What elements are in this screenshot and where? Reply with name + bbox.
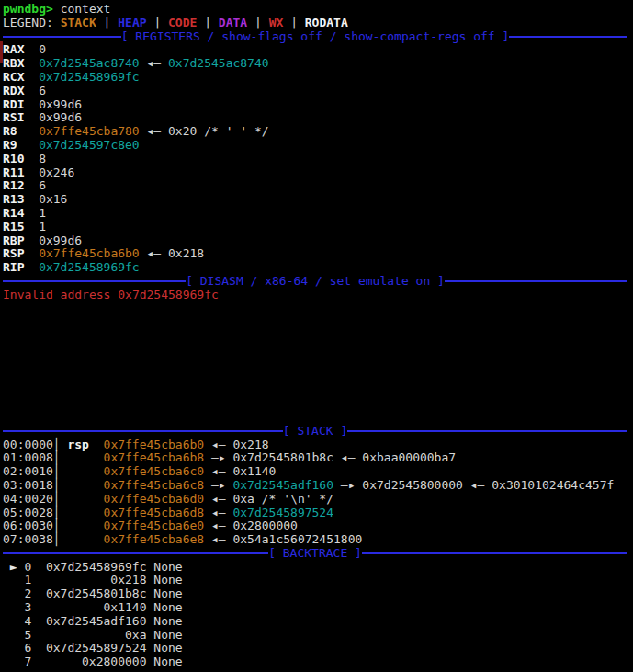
register-name: RSP	[3, 247, 39, 261]
frame-number: 2	[24, 587, 31, 601]
current-frame-marker: ►	[3, 561, 24, 575]
backtrace-row: 70x2800000None	[3, 655, 633, 669]
legend-item-wx: WX	[269, 16, 284, 29]
stack-row: 06:0030│ 0x7ffe45cba6e0 ◂— 0x2800000	[3, 519, 633, 533]
frame-number: 0	[24, 561, 31, 575]
value-segment: 0x3010102464c457f	[492, 478, 614, 492]
stack-section-title: [ STACK ]	[283, 425, 347, 439]
registers-panel: RAX0RBX0x7d2545ac8740 ◂— 0x7d2545ac8740R…	[3, 43, 633, 275]
register-row: R126	[3, 179, 633, 193]
header-rule	[3, 36, 121, 38]
register-name: RDI	[3, 98, 39, 112]
register-row: R141	[3, 207, 633, 221]
legend-separator: |	[153, 16, 161, 29]
value-segment: —▸	[211, 450, 226, 464]
backtrace-row: 60x7d2545897524None	[3, 642, 633, 655]
address-value: 0x7d254597c8e0	[39, 138, 140, 152]
register-row: RSP0x7ffe45cba6b0 ◂— 0x218	[3, 247, 633, 261]
register-row: RBX0x7d2545ac8740 ◂— 0x7d2545ac8740	[3, 57, 633, 71]
register-name: RBP	[3, 234, 39, 248]
address-value: 0x7d2545ac8740	[39, 56, 140, 70]
value-segment: 1	[39, 206, 46, 220]
frame-address: 0xa	[31, 629, 146, 643]
register-name: RIP	[3, 261, 39, 275]
register-row: R90x7d254597c8e0	[3, 139, 633, 153]
stack-offset: 00:0000	[3, 438, 53, 451]
value-segment: 0x99d6	[39, 97, 82, 111]
frame-address: 0x7d25458969fc	[31, 561, 146, 575]
value-segment: 0x99d6	[39, 110, 82, 124]
backtrace-section-title: [ BACKTRACE ]	[268, 547, 362, 561]
prompt-command: context	[61, 2, 111, 16]
stack-offset: 05:0028	[3, 506, 53, 519]
disasm-section-header: [ DISASM / x86-64 / set emulate on ]	[3, 275, 627, 289]
legend-item-stack: STACK	[61, 16, 96, 29]
value-segment: ◂—	[341, 450, 356, 464]
frame-symbol: None	[153, 587, 182, 600]
register-name: R11	[3, 166, 39, 180]
value-segment: 0xbaa00000ba7	[362, 450, 456, 464]
address-value: 0x7d25458969fc	[39, 260, 140, 274]
header-rule	[3, 280, 186, 282]
header-rule	[509, 36, 627, 38]
value-segment: 0x2800000	[232, 518, 297, 532]
value-segment: ◂—	[211, 518, 226, 532]
header-rule	[445, 280, 627, 282]
value-segment: ◂—	[147, 246, 162, 260]
value-segment: 0x54a1c56072451800	[232, 532, 362, 546]
value-segment: 6	[39, 84, 46, 97]
register-name: R13	[3, 193, 39, 207]
frame-address: 0x7d2545801b8c	[31, 587, 146, 601]
registers-section-title: [ REGISTERS / show-flags off / show-comp…	[121, 30, 510, 44]
legend-separator: |	[290, 16, 298, 29]
register-row: RBP0x99d6	[3, 234, 633, 248]
address-value: 0x7ffe45cba6b0	[39, 246, 140, 260]
register-row: R130x16	[3, 193, 633, 207]
address-value: 0x7ffe45cba6d8	[104, 506, 205, 519]
address-value: 0x7ffe45cba780	[39, 124, 140, 138]
stack-row: 02:0010│ 0x7ffe45cba6c0 ◂— 0x1140	[3, 465, 633, 479]
register-name: R9	[3, 139, 39, 153]
backtrace-section-header: [ BACKTRACE ]	[3, 547, 627, 561]
register-name: RSI	[3, 111, 39, 125]
legend-line: LEGEND: STACK | HEAP | CODE | DATA | WX …	[3, 17, 633, 30]
frame-symbol: None	[153, 641, 182, 655]
address-value: 0x7ffe45cba6e0	[104, 518, 205, 532]
register-name: R15	[3, 221, 39, 234]
value-segment: 1	[39, 220, 46, 233]
legend-separator: |	[254, 16, 262, 29]
header-rule	[362, 552, 627, 554]
register-name: R10	[3, 153, 39, 166]
stack-offset-bar: │	[53, 464, 61, 478]
value-segment: 0x16	[39, 192, 67, 206]
backtrace-row: 50xaNone	[3, 629, 633, 643]
backtrace-row: ►00x7d25458969fcNone	[3, 561, 633, 575]
value-segment: 8	[39, 152, 46, 165]
stack-section-header: [ STACK ]	[3, 425, 627, 439]
backtrace-row: 10x218None	[3, 574, 633, 587]
frame-symbol: None	[153, 614, 182, 628]
address-value: 0x7ffe45cba6e8	[104, 532, 205, 546]
register-name: R14	[3, 207, 39, 221]
value-segment: ◂—	[147, 56, 162, 70]
header-rule	[347, 430, 627, 432]
frame-symbol: None	[153, 628, 182, 642]
address-value: 0x7ffe45cba6c8	[104, 478, 205, 492]
stack-panel: 00:0000│rsp 0x7ffe45cba6b0 ◂— 0x21801:00…	[3, 439, 633, 547]
frame-number: 4	[24, 615, 31, 629]
value-segment: 0x20 /* ' ' */	[168, 124, 269, 138]
stack-offset-bar: │	[53, 506, 61, 519]
stack-offset-bar: │	[53, 518, 61, 532]
stack-offset: 07:0038	[3, 532, 53, 546]
register-name: RAX	[3, 43, 39, 57]
stack-row: 03:0018│ 0x7ffe45cba6c8 —▸ 0x7d2545adf16…	[3, 479, 633, 493]
value-segment: 0xa /* '\n' */	[232, 492, 333, 506]
frame-number: 1	[24, 574, 31, 587]
value-segment: 6	[39, 178, 46, 192]
address-value: 0x7d2545897524	[232, 506, 333, 519]
frame-symbol: None	[153, 655, 182, 668]
value-segment: —▸	[211, 478, 226, 492]
register-row: R151	[3, 221, 633, 234]
stack-offset-bar: │	[53, 478, 61, 492]
register-name: RDX	[3, 85, 39, 98]
